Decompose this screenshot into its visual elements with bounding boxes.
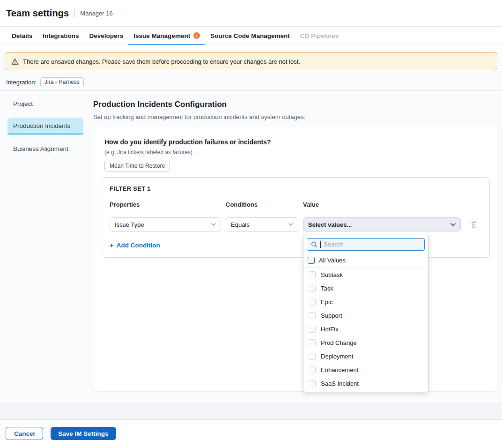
condition-select-value: Equals [231, 221, 250, 228]
integration-label: Integration: [6, 79, 37, 86]
integration-row: Integration: Jira - Harness [6, 77, 502, 87]
value-dropdown-panel: All Values Subtask Task [303, 235, 428, 392]
column-header-properties: Properties [110, 201, 221, 208]
section-subtitle: Set up tracking and management for produ… [93, 113, 498, 120]
config-card: How do you identify production failures … [93, 127, 498, 391]
filter-set-box: FILTER SET 1 Properties Conditions Value… [102, 177, 490, 258]
settings-sidebar: Project Production Incidents Business Al… [0, 91, 86, 403]
question-hint: (e.g. Jira tickets labeled as failures) [104, 149, 490, 156]
tab-issue-management[interactable]: Issue Management ! [128, 27, 205, 45]
title-separator [74, 9, 75, 17]
section-title: Production Incidents Configuration [93, 100, 498, 109]
dropdown-option-customer-notification[interactable]: Customer Notification [303, 390, 428, 392]
filter-set-title: FILTER SET 1 [110, 185, 482, 192]
tab-details[interactable]: Details [7, 27, 37, 45]
dropdown-search [307, 238, 425, 251]
add-condition-button[interactable]: + Add Condition [110, 242, 160, 249]
dropdown-option-subtask[interactable]: Subtask [303, 268, 428, 282]
question-heading: How do you identify production failures … [104, 138, 490, 146]
condition-select[interactable]: Equals [226, 217, 298, 231]
sidebar-item-production-incidents[interactable]: Production Incidents [7, 118, 83, 134]
text-caret [320, 241, 321, 248]
select-all-label: All Values [319, 257, 346, 264]
filter-column-headers: Properties Conditions Value [110, 201, 482, 208]
value-multiselect-trigger[interactable]: Select values... [303, 217, 461, 231]
footer-actions: Cancel Save IM Settings [0, 420, 502, 447]
chevron-down-icon [288, 223, 293, 226]
content-area: There are unsaved changes. Please save t… [0, 52, 502, 403]
option-checkbox[interactable] [309, 366, 316, 373]
warning-text: There are unsaved changes. Please save t… [23, 58, 300, 65]
property-select[interactable]: Issue Type [110, 217, 221, 231]
option-checkbox[interactable] [309, 312, 316, 319]
option-checkbox[interactable] [309, 271, 316, 278]
property-select-value: Issue Type [115, 221, 144, 228]
unsaved-changes-badge-icon: ! [193, 32, 200, 39]
metric-chip[interactable]: Mean Time to Restore [104, 161, 170, 172]
plus-icon: + [110, 242, 114, 249]
tab-developers[interactable]: Developers [84, 27, 129, 45]
option-checkbox[interactable] [309, 339, 316, 346]
page-title: Team settings [6, 8, 69, 19]
search-icon [311, 241, 317, 248]
select-all-option[interactable]: All Values [303, 254, 428, 268]
main-pane: Production Incidents Configuration Set u… [86, 91, 502, 403]
team-name: Manager 16 [80, 10, 112, 17]
page-header: Team settings Manager 16 [0, 0, 502, 27]
add-condition-label: Add Condition [117, 242, 160, 249]
option-label: Prod Change [321, 339, 357, 346]
option-label: SaaS Incident [321, 380, 359, 387]
option-checkbox[interactable] [309, 326, 316, 333]
option-label: Subtask [321, 271, 343, 278]
settings-tabbar: Details Integrations Developers Issue Ma… [0, 27, 502, 45]
dropdown-option-prod-change[interactable]: Prod Change [303, 336, 428, 350]
body-split: Project Production Incidents Business Al… [0, 90, 502, 403]
column-header-value: Value [303, 201, 461, 208]
dropdown-option-support[interactable]: Support [303, 309, 428, 322]
filter-row: Issue Type Equals [110, 217, 482, 231]
tab-integrations[interactable]: Integrations [37, 27, 84, 45]
delete-filter-row-button[interactable] [470, 220, 479, 230]
chevron-down-icon [211, 223, 216, 226]
trash-icon [471, 221, 478, 229]
value-cell: Select values... [303, 217, 461, 231]
dropdown-option-epic[interactable]: Epic [303, 295, 428, 309]
option-checkbox[interactable] [309, 380, 316, 387]
tab-issue-management-label: Issue Management [133, 32, 190, 39]
dropdown-option-saas-incident[interactable]: SaaS Incident [303, 377, 428, 390]
dropdown-option-deployment[interactable]: Deployment [303, 350, 428, 363]
option-checkbox[interactable] [309, 353, 316, 360]
save-im-settings-button[interactable]: Save IM Settings [51, 427, 116, 440]
sidebar-item-business-alignment[interactable]: Business Alignment [7, 140, 83, 157]
option-checkbox[interactable] [309, 299, 316, 306]
tab-cd-pipelines: CD Pipelines [295, 27, 344, 45]
option-checkbox[interactable] [309, 285, 316, 292]
tab-source-code-management[interactable]: Source Code Management [205, 27, 295, 45]
select-all-checkbox[interactable] [308, 257, 315, 264]
option-label: Support [321, 312, 342, 319]
dropdown-option-enhancement[interactable]: Enhancement [303, 363, 428, 377]
option-label: HotFix [321, 326, 339, 333]
value-select-placeholder: Select values... [308, 221, 352, 228]
sidebar-item-project[interactable]: Project [7, 95, 83, 112]
warning-triangle-icon [11, 58, 19, 65]
search-input[interactable] [324, 241, 421, 248]
chevron-down-icon [450, 223, 456, 226]
dropdown-option-hotfix[interactable]: HotFix [303, 322, 428, 336]
cancel-button[interactable]: Cancel [6, 427, 43, 440]
footer-band [0, 403, 502, 420]
integration-chip[interactable]: Jira - Harness [40, 77, 84, 87]
column-header-conditions: Conditions [226, 201, 298, 208]
option-label: Deployment [321, 353, 353, 360]
dropdown-option-task[interactable]: Task [303, 282, 428, 295]
option-label: Task [321, 285, 333, 292]
option-label: Epic [321, 299, 332, 306]
unsaved-changes-banner: There are unsaved changes. Please save t… [5, 52, 497, 70]
option-label: Enhancement [321, 366, 358, 373]
